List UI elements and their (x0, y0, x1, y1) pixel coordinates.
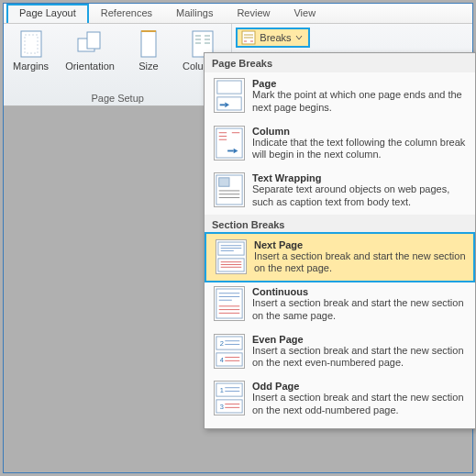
orientation-icon (75, 29, 105, 59)
continuous-title: Continuous (252, 286, 468, 297)
continuous-desc: Insert a section break and start the new… (252, 297, 468, 323)
break-option-even-page[interactable]: 24 Even Page Insert a section break and … (205, 328, 475, 376)
break-option-text-wrapping[interactable]: Text Wrapping Separate text around objec… (205, 167, 475, 215)
margins-icon (17, 29, 46, 59)
size-icon (134, 29, 163, 59)
orientation-button[interactable]: Orientation (61, 28, 118, 73)
document-background (4, 106, 204, 472)
even-page-title: Even Page (252, 334, 468, 345)
group-title-page-setup: Page Setup (9, 91, 226, 105)
svg-text:1: 1 (220, 386, 224, 394)
odd-page-icon: 13 (214, 381, 245, 415)
margins-button[interactable]: Margins (9, 28, 52, 73)
tab-review[interactable]: Review (225, 4, 282, 23)
column-break-title: Column (252, 126, 468, 137)
breaks-dropdown: Page Breaks Page Mark the point at which… (204, 52, 476, 429)
break-option-odd-page[interactable]: 13 Odd Page Insert a section break and s… (205, 375, 475, 423)
break-option-page[interactable]: Page Mark the point at which one page en… (205, 72, 475, 120)
tab-view[interactable]: View (282, 4, 327, 23)
text-wrapping-icon (214, 172, 245, 207)
svg-rect-3 (87, 32, 100, 49)
svg-text:3: 3 (220, 403, 224, 411)
orientation-label: Orientation (65, 61, 115, 72)
even-page-desc: Insert a section break and start the new… (252, 345, 468, 371)
break-option-next-page[interactable]: Next Page Insert a section break and sta… (205, 232, 475, 283)
odd-page-desc: Insert a section break and start the new… (252, 392, 468, 417)
breaks-icon (241, 30, 256, 45)
section-header-page-breaks: Page Breaks (205, 53, 475, 72)
text-wrapping-title: Text Wrapping (252, 172, 468, 183)
section-header-section-breaks: Section Breaks (205, 215, 475, 234)
svg-text:2: 2 (220, 339, 224, 348)
svg-rect-37 (218, 242, 244, 255)
size-button[interactable]: Size (127, 28, 170, 73)
margins-label: Margins (13, 61, 49, 72)
text-wrapping-desc: Separate text around objects on web page… (252, 183, 468, 209)
chevron-down-icon (295, 34, 303, 41)
break-option-continuous[interactable]: Continuous Insert a section break and st… (205, 281, 475, 328)
svg-rect-33 (219, 178, 229, 186)
tab-references[interactable]: References (89, 4, 164, 23)
svg-text:4: 4 (220, 356, 224, 364)
column-break-icon (214, 126, 245, 161)
page-break-desc: Mark the point at which one page ends an… (252, 89, 468, 115)
svg-rect-23 (217, 81, 241, 94)
size-label: Size (138, 61, 158, 72)
svg-rect-24 (217, 97, 241, 110)
ribbon-tabbar: Page Layout References Mailings Review V… (4, 4, 472, 24)
svg-rect-4 (141, 31, 156, 57)
tab-page-layout[interactable]: Page Layout (6, 4, 89, 23)
group-page-setup: Margins Orientation Size Columns Page Se… (4, 24, 232, 105)
continuous-icon (214, 286, 245, 321)
even-page-icon: 24 (214, 334, 245, 369)
breaks-label: Breaks (260, 32, 291, 43)
tab-mailings[interactable]: Mailings (164, 4, 225, 23)
breaks-button[interactable]: Breaks (236, 28, 309, 48)
next-page-title: Next Page (254, 239, 466, 250)
next-page-desc: Insert a section break and start the new… (254, 250, 466, 276)
break-option-column[interactable]: Column Indicate that the text following … (205, 120, 475, 168)
column-break-desc: Indicate that the text following the col… (252, 137, 468, 162)
page-break-icon (214, 78, 245, 113)
next-page-icon (216, 239, 247, 274)
page-break-title: Page (252, 78, 468, 89)
odd-page-title: Odd Page (252, 381, 468, 392)
